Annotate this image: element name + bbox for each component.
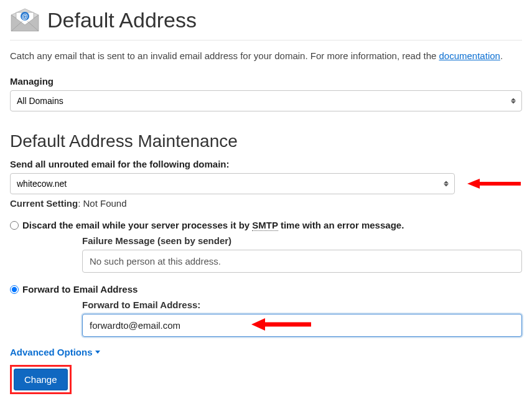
domain-label: Send all unrouted email for the followin… [10, 159, 522, 169]
annotation-arrow-icon [250, 316, 312, 333]
page-title: Default Address [47, 8, 197, 32]
advanced-options-label: Advanced Options [10, 347, 93, 357]
managing-label: Managing [10, 76, 522, 87]
svg-text:@: @ [22, 13, 28, 20]
forward-sub-label: Forward to Email Address: [82, 300, 522, 310]
managing-select[interactable]: All Domains [10, 90, 522, 111]
intro-text: Catch any email that is sent to an inval… [10, 50, 522, 61]
domain-select-wrap: whitecow.net [10, 173, 455, 194]
annotation-arrow-icon [466, 177, 522, 191]
smtp-abbr: SMTP [252, 220, 278, 231]
current-setting: Current Setting: Not Found [10, 198, 522, 209]
failure-label: Failure Message (seen by sender) [82, 235, 522, 246]
change-button[interactable]: Change [14, 369, 68, 390]
current-setting-label: Current Setting [10, 198, 78, 209]
documentation-link[interactable]: documentation [439, 50, 500, 61]
chevron-down-icon [95, 351, 100, 354]
discard-option-row: Discard the email while your server proc… [10, 220, 522, 230]
maintenance-title: Default Address Maintenance [10, 131, 522, 151]
discard-radio[interactable] [10, 221, 19, 230]
forward-label: Forward to Email Address [22, 284, 138, 295]
failure-block: Failure Message (seen by sender) [82, 235, 522, 273]
email-envelope-icon: @ [10, 7, 40, 32]
domain-select[interactable]: whitecow.net [10, 173, 455, 194]
forward-option-row: Forward to Email Address [10, 284, 522, 295]
current-setting-value: : Not Found [78, 198, 126, 209]
annotation-highlight-box: Change [10, 365, 72, 394]
failure-message-input[interactable] [82, 250, 522, 273]
intro-before: Catch any email that is sent to an inval… [10, 50, 439, 61]
forward-block: Forward to Email Address: [82, 300, 522, 337]
discard-label: Discard the email while your server proc… [22, 220, 404, 230]
forward-radio[interactable] [10, 285, 19, 294]
managing-select-wrap: All Domains [10, 90, 522, 111]
intro-after: . [500, 50, 503, 61]
page-header: @ Default Address [10, 7, 522, 40]
svg-marker-6 [251, 318, 265, 331]
advanced-options-toggle[interactable]: Advanced Options [10, 347, 100, 357]
svg-marker-4 [467, 179, 480, 189]
